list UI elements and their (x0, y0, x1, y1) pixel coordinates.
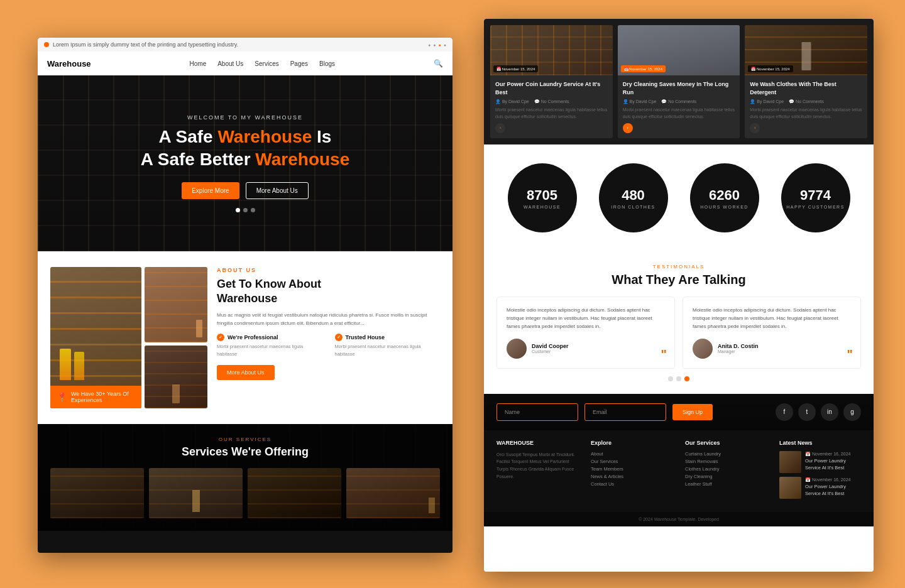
testimonial-card-2: Molestie odio inceptos adipiscing dui di… (683, 297, 861, 368)
quote-mark-1: " (661, 348, 667, 361)
nav-pages[interactable]: Pages (290, 60, 308, 67)
google-icon[interactable]: g (843, 403, 861, 421)
blog-meta-3: 👤 By David Cpe 💬 No Comments (750, 99, 862, 104)
footer-link-services[interactable]: Our Services (591, 459, 672, 464)
footer-news-item-1: 📅 November 16, 2024 Our Power Laundry Se… (779, 451, 861, 473)
footer-brand-col: WAREHOUSE Orci Suscipit Tempus Morbi at … (496, 440, 578, 503)
right-panel: 📅 November 15, 2024 Our Power Coin Laund… (484, 19, 874, 572)
blog-content-3: We Wash Clothes With The Best Detergent … (745, 75, 867, 138)
blog-date-2: 📅 November 15, 2024 (621, 65, 666, 72)
service-card-4[interactable] (346, 468, 440, 518)
footer-explore-col: Explore About Our Services Team Members … (591, 440, 672, 503)
hero-dot-1[interactable] (236, 208, 240, 212)
author-avatar-1 (507, 339, 527, 359)
hero-buttons: Explore More More About Us (182, 182, 309, 199)
hero-dot-3[interactable] (251, 208, 255, 212)
footer-service-leather[interactable]: Leather Stuff (685, 481, 767, 487)
more-about-us-button[interactable]: More About Us (217, 365, 275, 380)
blog-date-3: 📅 November 15, 2024 (748, 65, 793, 72)
footer-news-item-2: 📅 November 16, 2024 Our Power Laundry Se… (779, 477, 861, 499)
footer-news-image-2 (779, 477, 801, 499)
footer-link-team[interactable]: Team Members (591, 466, 672, 472)
services-tag: OUR SERVICES (50, 437, 440, 442)
stat-warehouse: 8705 WAREHOUSE (508, 163, 577, 232)
services-title: Services We're Offering (50, 445, 440, 459)
hero-dot-2[interactable] (243, 208, 248, 212)
service-card-3[interactable] (248, 468, 341, 518)
footer-link-about[interactable]: About (591, 451, 672, 457)
testimonials-section: TESTIMONIALS What They Are Talking Moles… (484, 251, 874, 393)
author-name-2: Anita D. Costin (718, 343, 759, 349)
stat-iron-number: 480 (622, 187, 645, 204)
about-section: 📍 We Have 30+ Years Of Experiences ABOUT… (38, 251, 452, 424)
footer-service-stain[interactable]: Stain Removals (685, 459, 767, 464)
blog-meta-1: 👤 By David Cpe 💬 No Comments (495, 99, 608, 104)
testimonial-author-1: David Cooper Customer (507, 339, 665, 359)
feature-professional: ✓ We're Professional Morbi praesent nasc… (217, 334, 322, 357)
author-role-1: Customer (532, 349, 569, 354)
copyright-text: © 2024 Warehouse Template. Developed (639, 517, 719, 521)
footer-brand-title: WAREHOUSE (496, 440, 578, 446)
testimonial-author-2: Anita D. Costin Manager (693, 339, 851, 359)
blog-meta-2: 👤 By David Cpe 💬 No Comments (623, 99, 735, 104)
blog-arrow-2[interactable]: › (623, 123, 633, 133)
facebook-icon[interactable]: f (776, 403, 793, 421)
testimonials-title: What They Are Talking (496, 273, 861, 287)
hero-dots (236, 208, 255, 212)
signup-button[interactable]: Sign Up (672, 404, 713, 420)
linkedin-icon[interactable]: in (821, 403, 838, 421)
testimonial-dot-3[interactable] (684, 376, 689, 381)
author-name-1: David Cooper (532, 343, 569, 349)
blog-arrow-1[interactable]: › (495, 123, 505, 133)
testimonial-dot-1[interactable] (668, 376, 673, 381)
footer-services-col: Our Services Curtains Laundry Stain Remo… (685, 440, 767, 503)
service-card-2[interactable] (149, 468, 243, 518)
blog-text-1: Morbi praesent nascetur maecenas ligula … (495, 107, 608, 120)
testimonial-dot-2[interactable] (676, 376, 681, 381)
search-icon[interactable]: 🔍 (434, 59, 443, 68)
nav-about[interactable]: About Us (217, 60, 243, 67)
testimonial-text-2: Molestie odio inceptos adipiscing dui di… (693, 307, 851, 330)
announcement-dot (44, 42, 49, 47)
services-grid (50, 468, 440, 518)
nav-blogs[interactable]: Blogs (319, 60, 335, 67)
footer-service-dry[interactable]: Dry Cleaning (685, 474, 767, 479)
blog-arrow-3[interactable]: › (750, 123, 760, 133)
author-avatar-2 (693, 339, 713, 359)
hero-highlight-1: Warehouse (217, 127, 312, 146)
explore-more-button[interactable]: Explore More (182, 182, 239, 199)
about-content: ABOUT US Get To Know About Warehouse Mus… (217, 267, 440, 408)
about-description: Mus ac magnis velit id feugiat vestibulu… (217, 312, 440, 328)
newsletter-name-input[interactable] (496, 403, 578, 421)
footer-service-curtains[interactable]: Curtains Laundry (685, 451, 767, 457)
testimonial-text-1: Molestie odio inceptos adipiscing dui di… (507, 307, 665, 330)
about-tag: ABOUT US (217, 267, 440, 273)
blog-title-1: Our Power Coin Laundry Service At It's B… (495, 80, 608, 96)
testimonial-dots (496, 376, 861, 381)
footer-link-news[interactable]: News & Articles (591, 474, 672, 479)
stat-customers: 9774 HAPPY CUSTOMERS (781, 163, 850, 232)
stat-hours-number: 6260 (709, 187, 740, 204)
nav-services[interactable]: Services (255, 60, 278, 67)
feature-desc-2: Morbi praesent nascetur maecenas ligula … (335, 343, 441, 357)
footer-service-clothes[interactable]: Clothes Laundry (685, 466, 767, 472)
services-section: OUR SERVICES Services We're Offering (38, 424, 452, 531)
stats-section: 8705 WAREHOUSE 480 IRON CLOTHES 6260 HOU… (484, 144, 874, 251)
check-icon-2: ✓ (335, 334, 343, 341)
about-image-main: 📍 We Have 30+ Years Of Experiences (50, 267, 141, 408)
blog-content-2: Dry Cleaning Saves Money In The Long Run… (618, 75, 740, 138)
footer-explore-title: Explore (591, 440, 672, 446)
logo[interactable]: Warehouse (47, 59, 91, 68)
blog-section: 📅 November 15, 2024 Our Power Coin Laund… (484, 19, 874, 144)
twitter-icon[interactable]: t (798, 403, 816, 421)
more-about-hero-button[interactable]: More About Us (246, 182, 309, 199)
stat-hours-label: HOURS WORKED (700, 205, 749, 209)
newsletter-email-input[interactable] (584, 403, 666, 421)
nav-home[interactable]: Home (190, 60, 207, 67)
footer-link-contact[interactable]: Contact Us (591, 481, 672, 487)
stat-warehouse-number: 8705 (527, 187, 557, 204)
service-card-1[interactable] (50, 468, 144, 518)
footer-services-title: Our Services (685, 440, 767, 446)
newsletter-section: Sign Up f t in g (484, 394, 874, 430)
stat-warehouse-label: WAREHOUSE (524, 205, 561, 209)
